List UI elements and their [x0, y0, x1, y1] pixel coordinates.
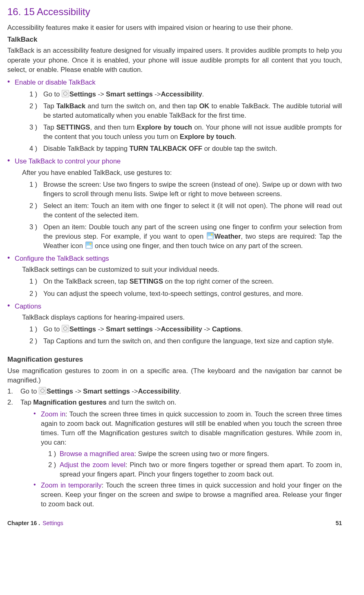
- path-part: Captions: [212, 325, 241, 333]
- path-part: Settings: [69, 325, 96, 333]
- text: .: [241, 325, 243, 333]
- list-item: 2 )You can adjust the speech volume, tex…: [29, 289, 342, 298]
- sub-label: Browse a magnified area: [60, 450, 134, 457]
- text: On the TalkBack screen, tap: [43, 277, 130, 285]
- path-part: Smart settings: [106, 90, 153, 98]
- path-part: Accessibility: [138, 387, 179, 395]
- list-item: 2.Tap Magnification gestures and turn th…: [7, 398, 342, 509]
- step-number: 3 ): [29, 123, 37, 132]
- list-item: 4 ) Disable TalkBack by tapping TURN TAL…: [29, 144, 342, 153]
- text: Go to: [43, 325, 62, 333]
- list-item: 1.Go to Settings -> Smart settings ->Acc…: [7, 387, 342, 396]
- bold: Explore by touch: [137, 123, 192, 131]
- weather-icon: [207, 232, 214, 239]
- list-item: Zoom in temporarily: Touch the screen th…: [33, 481, 342, 509]
- after-text: After you have enabled TalkBack, use ges…: [22, 168, 342, 177]
- list-item: 3 )Open an item: Double touch any part o…: [29, 222, 342, 251]
- text: ->: [73, 387, 83, 395]
- text: Tap: [20, 398, 33, 406]
- text: .: [234, 133, 237, 140]
- step-number: 1 ): [29, 180, 37, 189]
- intro-text: Accessibility features make it easier fo…: [7, 23, 342, 32]
- text: : Touch the screen three times in quick …: [41, 410, 342, 446]
- list-item: 1 )Go to Settings -> Smart settings ->Ac…: [29, 324, 342, 334]
- path-part: Accessibility: [161, 90, 202, 98]
- text: ->: [96, 325, 106, 333]
- section-title: 16. 15 Accessibility: [7, 5, 342, 19]
- step-number: 2 ): [29, 201, 37, 210]
- footer-page-number: 51: [335, 519, 342, 528]
- text: Browse the screen: Use two fingers to sw…: [43, 181, 342, 197]
- step-number: 2.: [7, 398, 13, 407]
- text: once using one finger, and then touch tw…: [93, 242, 303, 249]
- step-number: 2 ): [48, 460, 56, 470]
- step-number: 1 ): [29, 89, 37, 99]
- text: Go to: [20, 387, 39, 395]
- list-item: 1 ) Go to Settings -> Smart settings ->A…: [29, 89, 342, 99]
- bold: TURN TALKBACK OFF: [130, 145, 202, 152]
- text: and turn the switch on.: [107, 398, 176, 406]
- settings-icon: [39, 387, 46, 394]
- text: Tap: [43, 123, 56, 131]
- sub-label: Adjust the zoom level: [60, 461, 125, 468]
- bold: TalkBack: [56, 102, 85, 110]
- path-part: Smart settings: [106, 325, 153, 333]
- settings-icon: [62, 90, 69, 97]
- after-text: TalkBack settings can be customized to s…: [22, 265, 342, 274]
- magnification-desc: Use magnification gestures to zoom in on…: [7, 366, 342, 385]
- step-number: 1 ): [29, 324, 37, 334]
- step-number: 1 ): [48, 449, 56, 459]
- step-number: 2 ): [29, 289, 37, 298]
- after-text: TalkBack displays captions for hearing-i…: [22, 313, 342, 322]
- bold: Magnification gestures: [33, 398, 107, 406]
- step-number: 2 ): [29, 101, 37, 111]
- text: .: [202, 90, 204, 98]
- zoom-in-label: Zoom in: [41, 410, 65, 418]
- text: on the top right corner of the screen.: [163, 277, 274, 285]
- talkback-desc: TalkBack is an accessibility feature des…: [7, 46, 342, 74]
- weather-icon: [85, 242, 93, 249]
- bold: Explore by touch: [180, 133, 234, 140]
- zoom-temp-label: Zoom in temporarily: [41, 481, 102, 489]
- list-item: 2 )Tap Captions and turn the switch on, …: [29, 336, 342, 346]
- bold: OK: [199, 102, 210, 110]
- settings-icon: [62, 325, 69, 332]
- bold: Weather: [214, 233, 241, 240]
- footer-chapter: Chapter 16 .: [7, 520, 40, 526]
- text: Select an item: Touch an item with one f…: [43, 202, 342, 219]
- text: Tap: [43, 102, 56, 110]
- step-number: 4 ): [29, 144, 37, 153]
- text: and turn the switch on, and then tap: [85, 102, 199, 110]
- list-item: 3 ) Tap SETTINGS, and then turn Explore …: [29, 123, 342, 141]
- magnification-heading: Magnification gestures: [7, 355, 342, 365]
- step-number: 1.: [7, 387, 13, 396]
- list-item: 1 )On the TalkBack screen, tap SETTINGS …: [29, 277, 342, 286]
- list-item: 1 ) Browse a magnified area: Swipe the s…: [48, 449, 342, 459]
- list-item: 2 ) Tap TalkBack and turn the switch on,…: [29, 101, 342, 120]
- subheading-enable-disable: Enable or disable TalkBack: [15, 78, 342, 87]
- text: , and then turn: [90, 123, 137, 131]
- text: Go to: [43, 90, 62, 98]
- text: Tap Captions and turn the switch on, and…: [43, 337, 334, 344]
- text: Disable TalkBack by tapping: [43, 145, 130, 152]
- text: ->: [96, 90, 106, 98]
- subheading-captions: Captions: [15, 302, 342, 311]
- bold: SETTINGS: [56, 123, 90, 131]
- list-item: 2 ) Adjust the zoom level: Pinch two or …: [48, 460, 342, 479]
- path-part: Smart settings: [83, 387, 130, 395]
- list-item: 1 )Browse the screen: Use two fingers to…: [29, 180, 342, 199]
- text: or double tap the switch.: [202, 145, 277, 152]
- text: ->: [130, 387, 138, 395]
- list-item: 2 )Select an item: Touch an item with on…: [29, 201, 342, 220]
- step-number: 2 ): [29, 336, 37, 346]
- page-footer: Chapter 16 .Settings 51: [7, 518, 342, 528]
- bold: SETTINGS: [130, 277, 163, 285]
- list-item: Zoom in: Touch the screen three times in…: [33, 409, 342, 479]
- path-part: Settings: [47, 387, 73, 395]
- text: You can adjust the speech volume, text-t…: [43, 290, 303, 297]
- text: ->: [153, 90, 161, 98]
- text: ->: [153, 325, 161, 333]
- step-number: 1 ): [29, 277, 37, 286]
- text: ->: [202, 325, 212, 333]
- footer-section: Settings: [42, 520, 63, 526]
